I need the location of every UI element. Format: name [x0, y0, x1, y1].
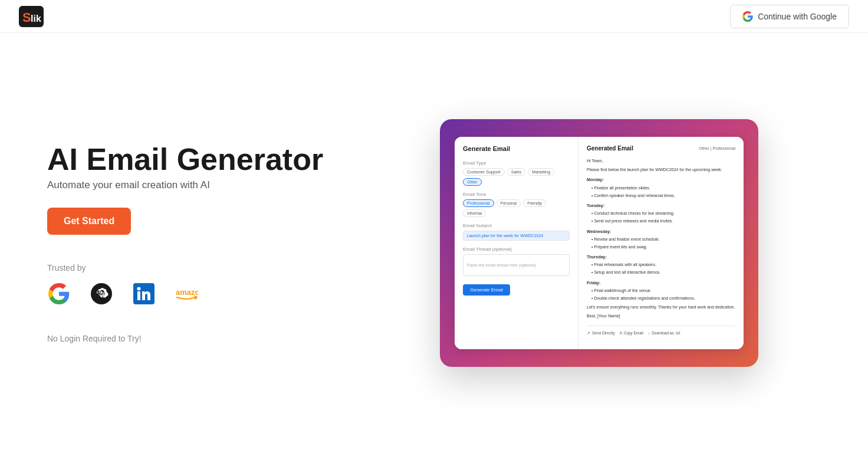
form-panel-title: Generate Email [463, 145, 570, 152]
pill-marketing: Marketing [528, 168, 554, 176]
send-label: Send Directly [592, 331, 615, 335]
amazon-logo-icon: amazon [175, 282, 198, 306]
email-actions: ↗ Send Directly ⎘ Copy Email ↓ Download … [587, 326, 735, 336]
email-subject-section: Email Subject Launch plan for the week f… [463, 223, 570, 241]
continue-with-google-button[interactable]: Continue with Google [730, 5, 849, 28]
download-label: Download as .txt [652, 331, 680, 335]
google-brand-logo [47, 282, 71, 306]
email-friday: Friday: [587, 280, 735, 286]
google-icon [742, 11, 753, 22]
linkedin-logo-icon [133, 283, 154, 304]
email-greeting: Hi Team, [587, 157, 735, 164]
app-window: Generate Email Email Type Customer Suppo… [455, 137, 744, 349]
email-wed-1: • Review and finalize event schedule. [591, 236, 735, 242]
pill-informal: Informal [463, 209, 486, 217]
logo-container: S lik [19, 6, 44, 27]
app-preview-wrapper: Generate Email Email Type Customer Suppo… [440, 119, 758, 367]
email-subject-label: Email Subject [463, 223, 570, 228]
linkedin-brand-logo [132, 282, 156, 306]
email-tone-pills: Professional Personal Friendly Informal [463, 199, 570, 217]
email-body: Hi Team, Please find below the launch pl… [587, 157, 735, 320]
no-login-required-text: No Login Required to Try! [47, 334, 342, 343]
generated-email-title: Generated Email [587, 145, 633, 152]
email-monday: Monday: [587, 176, 735, 183]
pill-other: Other [463, 178, 482, 186]
svg-text:amazon: amazon [176, 288, 198, 297]
send-icon: ↗ [587, 331, 590, 336]
email-intro: Please find below the launch plan for WW… [587, 166, 735, 173]
trusted-logos: amazon [47, 282, 342, 306]
get-started-button[interactable]: Get Started [47, 208, 131, 235]
openai-brand-logo [90, 282, 113, 306]
email-wed-2: • Prepare event kits and swag. [591, 244, 735, 250]
pill-friendly: Friendly [523, 199, 546, 207]
email-type-section: Email Type Customer Support Sales Market… [463, 160, 570, 186]
trusted-label: Trusted by [47, 263, 342, 273]
svg-text:lik: lik [31, 14, 41, 24]
email-closing: Let's ensure everything runs smoothly. T… [587, 304, 735, 310]
email-fri-1: • Final walkthrough of the venue. [591, 287, 735, 294]
svg-text:S: S [22, 10, 31, 25]
email-mon-2: • Confirm speaker lineup and rehearsal t… [591, 192, 735, 199]
hero-subtitle: Automate your email creation with AI [47, 179, 342, 191]
download-email-button[interactable]: ↓ Download as .txt [648, 331, 680, 336]
email-panel: Generated Email Other | Professional Hi … [578, 137, 744, 349]
email-thread-section: Email Thread (optional) Paste the email … [463, 247, 570, 276]
email-tuesday: Tuesday: [587, 202, 735, 209]
google-logo-icon [48, 283, 70, 304]
copy-label: Copy Email [624, 331, 643, 335]
email-tue-1: • Conduct technical checks for live stre… [591, 210, 735, 216]
right-section: Generate Email Email Type Customer Suppo… [377, 119, 821, 367]
copy-email-button[interactable]: ⎘ Copy Email [620, 331, 643, 336]
pill-sales: Sales [507, 168, 526, 176]
email-tone-section: Email Tone Professional Personal Friendl… [463, 192, 570, 217]
pill-personal: Personal [497, 199, 521, 207]
form-panel: Generate Email Email Type Customer Suppo… [455, 137, 578, 349]
svg-rect-5 [137, 291, 140, 300]
email-sign: Best, [Your Name] [587, 313, 735, 319]
pill-professional: Professional [463, 199, 494, 207]
email-type-pills: Customer Support Sales Marketing Other [463, 168, 570, 186]
email-mon-1: • Finalize all presentation slides. [591, 185, 735, 191]
amazon-brand-logo: amazon [175, 282, 198, 306]
generate-email-button[interactable]: Generate Email [463, 284, 510, 296]
email-panel-header: Generated Email Other | Professional [587, 145, 735, 152]
email-fri-2: • Double-check attendee registrations an… [591, 295, 735, 301]
svg-point-6 [137, 287, 141, 290]
email-type-badge: Other | Professional [699, 146, 735, 150]
openai-logo-icon [91, 283, 112, 304]
send-directly-button[interactable]: ↗ Send Directly [587, 331, 615, 336]
slik-logo-icon: S lik [19, 6, 44, 27]
continue-google-label: Continue with Google [758, 12, 837, 21]
email-tue-2: • Send out press releases and media invi… [591, 218, 735, 224]
trusted-section: Trusted by [47, 263, 342, 306]
download-icon: ↓ [648, 331, 650, 335]
email-thursday: Thursday: [587, 254, 735, 260]
email-tone-label: Email Tone [463, 192, 570, 197]
email-subject-input[interactable]: Launch plan for the week for WWDC2024 [463, 231, 570, 241]
hero-title: AI Email Generator [47, 143, 342, 176]
left-section: AI Email Generator Automate your email c… [47, 143, 342, 343]
copy-icon: ⎘ [620, 331, 622, 335]
email-thu-1: • Final rehearsals with all speakers. [591, 261, 735, 268]
email-thread-label: Email Thread (optional) [463, 247, 570, 252]
email-thread-input[interactable]: Paste the email thread here (optional) [463, 254, 570, 276]
email-type-label: Email Type [463, 160, 570, 166]
email-thu-2: • Setup and test all interactive demos. [591, 269, 735, 275]
pill-customer-support: Customer Support [463, 168, 505, 176]
email-wednesday: Wednesday: [587, 228, 735, 235]
